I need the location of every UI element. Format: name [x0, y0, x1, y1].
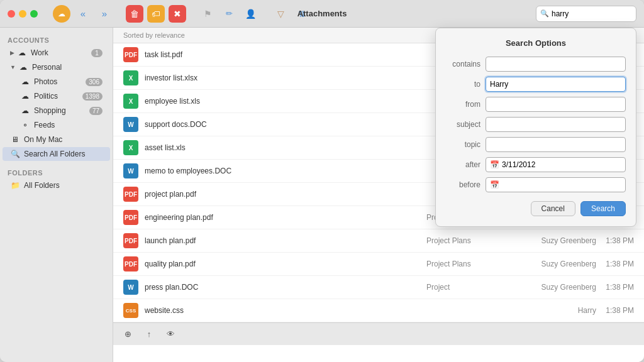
titlebar: ☁ « » 🗑 🏷 ✖ ⚑ ✏ — [0, 0, 644, 28]
sidebar-item-politics[interactable]: ☁ Politics 1398 — [3, 89, 110, 103]
popup-buttons: Cancel Search — [446, 201, 626, 216]
search-options-popup: Search Options contains to from subject … — [435, 28, 636, 227]
work-badge: 1 — [91, 49, 103, 57]
back-icon: « — [80, 8, 86, 19]
sidebar-item-label: Feeds — [34, 121, 55, 129]
main-window: ☁ « » 🗑 🏷 ✖ ⚑ ✏ — [0, 0, 644, 362]
file-type-icon: CSS — [123, 303, 138, 318]
contains-label: contains — [446, 60, 480, 69]
sidebar-item-label: Search All Folders — [24, 150, 85, 158]
popup-title: Search Options — [446, 38, 626, 48]
sidebar-item-label: Photos — [34, 77, 57, 86]
sidebar-item-label: All Folders — [24, 181, 60, 190]
archive-icon: 🗑 — [130, 9, 139, 19]
file-type-icon: X — [123, 70, 138, 85]
politics-badge: 1398 — [82, 92, 103, 101]
table-row[interactable]: CSS website.css Harry 1:38 PM — [113, 299, 644, 322]
file-type-icon: PDF — [123, 47, 138, 62]
file-time: 1:38 PM — [596, 283, 634, 292]
search-icon: 🔍 — [10, 149, 20, 159]
monitor-icon: 🖥 — [10, 134, 20, 145]
cancel-button[interactable]: Cancel — [531, 201, 575, 216]
before-date-container: 📅 — [486, 177, 626, 192]
forward-icon: » — [102, 8, 107, 19]
edit-icon: ✏ — [226, 9, 233, 18]
forward-button[interactable]: » — [96, 5, 113, 23]
from-input[interactable] — [486, 97, 626, 112]
contact-button[interactable]: 👤 — [242, 5, 259, 23]
to-input[interactable] — [486, 77, 626, 92]
after-date-container: 📅 — [486, 157, 626, 172]
contains-row: contains — [446, 57, 626, 72]
before-date-input[interactable] — [502, 180, 621, 189]
to-row: to — [446, 77, 626, 92]
sidebar-item-feeds[interactable]: ⚬ Feeds — [3, 118, 110, 132]
filter-icon: ▽ — [277, 9, 284, 19]
arrow-icon: ▼ — [10, 64, 16, 70]
back-button[interactable]: « — [74, 5, 92, 23]
table-row[interactable]: PDF launch plan.pdf Project Plans Suzy G… — [113, 229, 644, 253]
file-type-icon: W — [123, 163, 138, 178]
maximize-button[interactable] — [30, 10, 38, 18]
calendar-icon[interactable]: 📅 — [490, 160, 499, 169]
search-container[interactable]: 🔍 ✕ — [536, 6, 636, 22]
topic-input[interactable] — [486, 137, 626, 152]
window-title: Attachments — [297, 9, 347, 18]
file-folder: Project — [426, 283, 521, 292]
file-type-icon: X — [123, 94, 138, 109]
send-button[interactable]: ↑ — [142, 327, 156, 341]
file-type-icon: PDF — [123, 187, 138, 202]
preview-button[interactable]: 👁 — [164, 327, 177, 341]
sidebar-item-on-my-mac[interactable]: 🖥 On My Mac — [3, 133, 110, 146]
subject-label: subject — [446, 120, 480, 129]
from-label: from — [446, 100, 480, 109]
before-label: before — [446, 180, 480, 189]
file-folder: Project Plans — [426, 236, 521, 245]
file-name: press plan.DOC — [145, 283, 426, 292]
calendar-icon[interactable]: 📅 — [490, 180, 499, 189]
archive-button[interactable]: 🗑 — [126, 5, 143, 23]
tag-button[interactable]: 🏷 — [147, 5, 165, 23]
topic-label: topic — [446, 140, 480, 149]
edit-button[interactable]: ✏ — [220, 5, 238, 23]
search-input[interactable] — [552, 9, 644, 18]
file-name: quality plan.pdf — [145, 260, 426, 268]
topic-row: topic — [446, 137, 626, 152]
traffic-lights — [8, 10, 38, 18]
file-name: engineering plan.pdf — [145, 213, 426, 222]
file-type-icon: PDF — [123, 233, 138, 248]
search-icon: 🔍 — [540, 9, 549, 18]
subject-input[interactable] — [486, 117, 626, 132]
cloud-icon: ☁ — [20, 77, 30, 87]
contains-input[interactable] — [486, 57, 626, 72]
sidebar-item-personal[interactable]: ▼ ☁ Personal — [3, 60, 110, 74]
toolbar: ☁ « » 🗑 🏷 ✖ ⚑ ✏ — [53, 5, 311, 23]
after-date-input[interactable] — [502, 160, 621, 169]
sidebar-item-label: Personal — [32, 63, 62, 72]
file-folder: Project Plans — [426, 260, 521, 268]
sidebar-item-work[interactable]: ▶ ☁ Work 1 — [3, 46, 110, 60]
file-type-icon: PDF — [123, 256, 138, 272]
filter-button[interactable]: ▽ — [272, 5, 289, 23]
file-time: 1:38 PM — [596, 260, 634, 268]
flag-icon: ⚑ — [204, 9, 212, 19]
cloud-icon: ☁ — [20, 91, 30, 101]
delete-button[interactable]: ✖ — [169, 5, 186, 23]
send-icon: ↑ — [147, 329, 152, 339]
table-row[interactable]: PDF quality plan.pdf Project Plans Suzy … — [113, 253, 644, 276]
flag-button[interactable]: ⚑ — [199, 5, 216, 23]
table-row[interactable]: W press plan.DOC Project Suzy Greenberg … — [113, 276, 644, 299]
sidebar-item-search-all[interactable]: 🔍 Search All Folders — [3, 147, 110, 161]
sidebar-item-photos[interactable]: ☁ Photos 306 — [3, 75, 110, 89]
search-button[interactable]: Search — [580, 201, 626, 216]
sidebar-item-shopping[interactable]: ☁ Shopping 77 — [3, 104, 110, 118]
sidebar-item-all-folders[interactable]: 📁 All Folders — [3, 178, 110, 192]
cloud-icon: ☁ — [20, 106, 30, 116]
close-button[interactable] — [8, 10, 15, 18]
folders-section-label: Folders — [0, 167, 113, 178]
file-type-icon: W — [123, 280, 138, 295]
add-attachment-button[interactable]: ⊕ — [121, 327, 135, 341]
sidebar-item-label: Work — [31, 48, 48, 57]
from-row: from — [446, 97, 626, 112]
minimize-button[interactable] — [19, 10, 26, 18]
